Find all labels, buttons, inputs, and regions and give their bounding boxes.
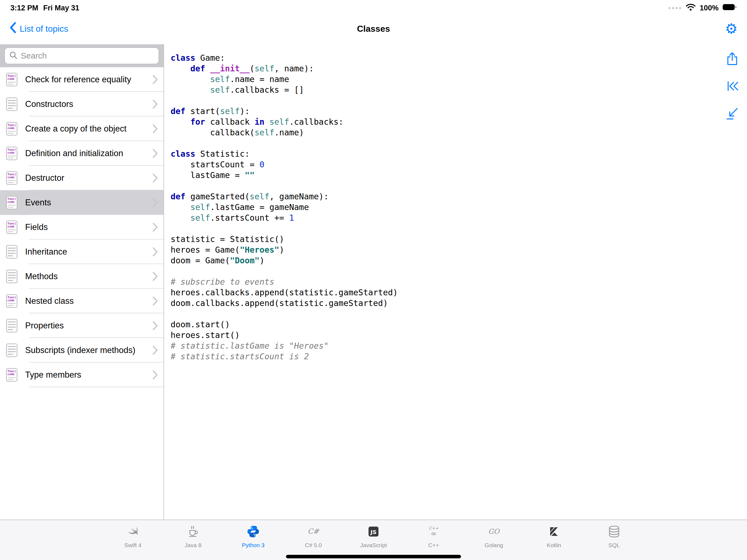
skip-to-start-button[interactable] bbox=[725, 79, 740, 94]
sidebar-item-subscripts-indexer-methods[interactable]: Subscripts (indexer methods) bbox=[0, 338, 163, 362]
chevron-right-icon bbox=[153, 247, 159, 257]
func-code-doc-icon: func(code bbox=[6, 368, 18, 382]
svg-text:GO: GO bbox=[488, 528, 500, 535]
content-area: func(codeCheck for reference equalityCon… bbox=[0, 44, 747, 519]
sidebar-item-label: Create a copy of the object bbox=[25, 123, 153, 134]
code-line: class Game: bbox=[171, 52, 712, 63]
code-line bbox=[171, 138, 712, 149]
func-code-doc-icon: func(code bbox=[6, 171, 18, 185]
search-input[interactable] bbox=[21, 51, 154, 60]
code-line bbox=[171, 223, 712, 234]
tab-label: Kotlin bbox=[547, 542, 561, 549]
tab-label: Java 8 bbox=[185, 542, 202, 549]
search-field[interactable] bbox=[4, 47, 159, 64]
diagonal-arrow-icon bbox=[725, 106, 739, 121]
status-time-date: 3:12 PM Fri May 31 bbox=[10, 4, 79, 12]
chevron-right-icon bbox=[153, 370, 159, 380]
tab-javascript[interactable]: JSJavaScript bbox=[343, 524, 404, 549]
tab-sql[interactable]: SQL bbox=[584, 524, 644, 549]
document-icon bbox=[6, 319, 18, 332]
sidebar-item-label: Constructors bbox=[25, 98, 153, 110]
home-indicator[interactable] bbox=[286, 555, 461, 558]
topic-list: func(codeCheck for reference equalityCon… bbox=[0, 67, 163, 519]
func-code-doc-icon: func(code bbox=[6, 122, 18, 136]
code-line: heroes.start() bbox=[171, 330, 712, 340]
sidebar-item-constructors[interactable]: Constructors bbox=[0, 92, 163, 117]
sidebar-item-inheritance[interactable]: Inheritance bbox=[0, 239, 163, 264]
svg-text:code: code bbox=[7, 299, 14, 302]
chevron-right-icon bbox=[153, 149, 159, 158]
chevron-right-icon bbox=[153, 124, 159, 134]
js-logo-icon: JS bbox=[367, 524, 380, 540]
func-code-doc-icon: func(code bbox=[6, 196, 18, 209]
code-line bbox=[171, 180, 712, 191]
code-line: callback(self.name) bbox=[171, 127, 712, 138]
back-button[interactable]: List of topics bbox=[9, 22, 68, 35]
tab-label: Swift 4 bbox=[124, 542, 141, 549]
tab-kotlin[interactable]: Kotlin bbox=[524, 524, 584, 549]
chevron-right-icon bbox=[153, 198, 159, 207]
sidebar-item-properties[interactable]: Properties bbox=[0, 313, 163, 338]
sidebar-item-label: Fields bbox=[25, 222, 153, 233]
cpp-logo-icon: C++∞ bbox=[427, 524, 440, 540]
swift-logo-icon bbox=[126, 524, 139, 540]
code-block: class Game: def __init__(self, name): se… bbox=[164, 44, 747, 362]
python-logo-icon bbox=[247, 524, 260, 540]
chevron-right-icon bbox=[153, 321, 159, 331]
code-line: class Statistic: bbox=[171, 149, 712, 159]
code-line bbox=[171, 266, 712, 276]
code-line: self.callbacks = [] bbox=[171, 84, 712, 95]
tab-label: Golang bbox=[485, 542, 503, 549]
tab-c[interactable]: C++∞C++ bbox=[404, 524, 464, 549]
tab-label: Python 3 bbox=[242, 542, 265, 549]
tab-swift-4[interactable]: Swift 4 bbox=[103, 524, 163, 549]
chevron-right-icon bbox=[153, 75, 159, 84]
tab-label: JavaScript bbox=[360, 542, 387, 549]
tab-label: C# 5.0 bbox=[305, 542, 322, 549]
status-date: Fri May 31 bbox=[43, 4, 79, 12]
go-logo-icon: GO bbox=[487, 524, 500, 540]
sidebar-item-type-members[interactable]: func(codeType members bbox=[0, 362, 163, 387]
svg-text:code: code bbox=[7, 225, 14, 228]
search-bar-strip bbox=[0, 44, 163, 67]
chevron-right-icon bbox=[153, 296, 159, 306]
tab-python-3[interactable]: Python 3 bbox=[223, 524, 283, 549]
chevron-right-icon bbox=[153, 173, 159, 183]
sidebar-item-create-a-copy-of-the-object[interactable]: func(codeCreate a copy of the object bbox=[0, 117, 163, 141]
tab-golang[interactable]: GOGolang bbox=[464, 524, 524, 549]
document-icon bbox=[6, 97, 18, 111]
collapse-to-corner-button[interactable] bbox=[725, 106, 740, 121]
sidebar-item-label: Methods bbox=[25, 271, 153, 282]
sidebar-item-label: Events bbox=[25, 197, 153, 208]
code-line: heroes.callbacks.append(statistic.gameSt… bbox=[171, 287, 712, 298]
svg-text:code: code bbox=[7, 200, 14, 203]
func-code-doc-icon: func(code bbox=[6, 147, 18, 160]
share-button[interactable] bbox=[725, 51, 740, 67]
sidebar-item-fields[interactable]: func(codeFields bbox=[0, 215, 163, 239]
back-label: List of topics bbox=[20, 24, 68, 34]
cellular-signal-icon bbox=[669, 7, 681, 9]
svg-text:code: code bbox=[7, 373, 14, 376]
sidebar-item-check-for-reference-equality[interactable]: func(codeCheck for reference equality bbox=[0, 67, 163, 92]
sidebar-item-nested-class[interactable]: func(codeNested class bbox=[0, 289, 163, 313]
code-line bbox=[171, 95, 712, 106]
sidebar-item-methods[interactable]: Methods bbox=[0, 264, 163, 289]
code-line: # subscribe to events bbox=[171, 276, 712, 287]
battery-percent: 100% bbox=[700, 4, 719, 12]
tab-c-5-0[interactable]: C#C# 5.0 bbox=[283, 524, 343, 549]
page-title: Classes bbox=[357, 24, 390, 34]
code-line: statistic = Statistic() bbox=[171, 234, 712, 245]
language-tab-bar: Swift 4Java 8Python 3C#C# 5.0JSJavaScrip… bbox=[0, 519, 747, 560]
svg-text:code: code bbox=[7, 126, 14, 130]
gear-icon: ⚙︎ bbox=[725, 21, 738, 37]
sidebar-item-events[interactable]: func(codeEvents bbox=[0, 190, 163, 215]
code-line: startsCount = 0 bbox=[171, 159, 712, 170]
document-icon bbox=[6, 343, 18, 357]
sidebar-item-definition-and-initialization[interactable]: func(codeDefinition and initialization bbox=[0, 141, 163, 166]
sidebar-item-destructor[interactable]: func(codeDestructor bbox=[0, 166, 163, 190]
settings-button[interactable]: ⚙︎ bbox=[725, 22, 738, 36]
svg-text:func(: func( bbox=[7, 296, 16, 299]
code-line: self.startsCount += 1 bbox=[171, 212, 712, 223]
code-line: def gameStarted(self, gameName): bbox=[171, 191, 712, 202]
tab-java-8[interactable]: Java 8 bbox=[163, 524, 223, 549]
